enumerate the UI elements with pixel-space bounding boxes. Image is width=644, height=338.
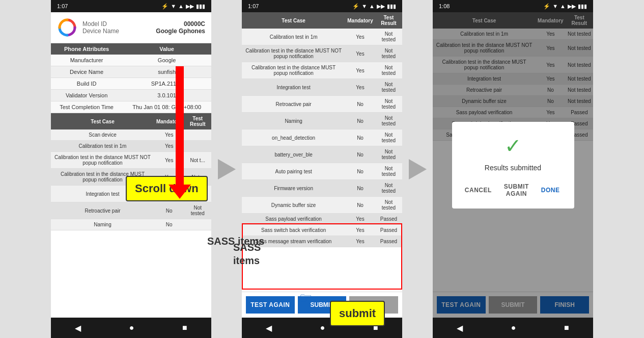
- attr-table: Phone Attributes Value ManufacturerGoogl…: [51, 43, 211, 113]
- test-header-name-2: Test Case: [242, 12, 345, 29]
- dialog-buttons: CANCEL SUBMIT AGAIN DONE: [462, 180, 564, 200]
- table-row: Dynamic buffer sizeNoNot tested: [242, 197, 402, 214]
- table-row: Calibration test in the distance MUST po…: [242, 62, 402, 79]
- table-row: Test Completion TimeThu Jan 01 08: GMT+0…: [51, 101, 211, 113]
- table-row: Sass message stream verificationYesPasse…: [242, 236, 402, 247]
- test-header-result: Test Result: [184, 113, 211, 129]
- status-bar-1: 1:07 ⚡ ▼ ▲ ▶▶ ▮▮▮: [51, 0, 211, 12]
- table-row: Sass payload verificationYesPassed: [242, 214, 402, 225]
- table-row: Scan deviceYes: [51, 129, 211, 141]
- table-row: battery_over_bleNoNot tested: [242, 146, 402, 163]
- dialog-overlay: ✓ Results submitted CANCEL SUBMIT AGAIN …: [433, 12, 593, 318]
- scroll-content-2[interactable]: Test Case Mandatory Test Result Calibrat…: [242, 12, 402, 292]
- attr-header-1: Phone Attributes: [51, 43, 122, 55]
- test-table-2: Test Case Mandatory Test Result Calibrat…: [242, 12, 402, 247]
- test-header-result-2: Test Result: [375, 12, 402, 29]
- bottom-nav-1: ◀ ● ■: [51, 318, 211, 338]
- device-details: Model ID 00000C Device Name Google Gphon…: [82, 20, 205, 35]
- table-row: Device Namesunfish: [51, 66, 211, 78]
- submit-annotation: submit: [330, 301, 385, 326]
- dialog-cancel-button[interactable]: CANCEL: [461, 180, 496, 200]
- phone-3-wrapper: 1:08 ⚡ ▼ ▲ ▶▶ ▮▮▮ Test Case Mandatory Te…: [433, 0, 593, 338]
- bottom-nav-3: ◀ ● ■: [433, 318, 593, 338]
- dialog-done-button[interactable]: DONE: [537, 180, 564, 200]
- table-row: ManufacturerGoogle: [51, 55, 211, 66]
- status-bar-2: 1:07 ⚡ ▼ ▲ ▶▶ ▮▮▮: [242, 0, 402, 12]
- table-row: Calibration test in the distance MUST NO…: [51, 152, 211, 169]
- device-label: Device Name: [82, 28, 119, 35]
- status-bar-3: 1:08 ⚡ ▼ ▲ ▶▶ ▮▮▮: [433, 0, 593, 12]
- arrow-2: [402, 159, 433, 179]
- table-row: Build IDSP1A.21110: [51, 78, 211, 90]
- device-info: Model ID 00000C Device Name Google Gphon…: [51, 12, 211, 43]
- device-value: Google Gphones: [156, 28, 205, 35]
- table-row: Calibration test in 1mYes: [51, 141, 211, 152]
- sass-label-external: SASSitems: [233, 241, 261, 267]
- table-row: Firmware versionNoNot tested: [242, 180, 402, 197]
- phone-3: 1:08 ⚡ ▼ ▲ ▶▶ ▮▮▮ Test Case Mandatory Te…: [433, 0, 593, 338]
- results-dialog: ✓ Results submitted CANCEL SUBMIT AGAIN …: [452, 122, 574, 209]
- test-header-name: Test Case: [51, 113, 154, 129]
- nav-back-3[interactable]: ◀: [446, 319, 473, 337]
- nav-recents-3[interactable]: ■: [554, 319, 579, 336]
- model-label: Model ID: [82, 20, 107, 28]
- test-header-mandatory-2: Mandatory: [345, 12, 375, 29]
- table-row: Retroactive pairNoNot tested: [242, 96, 402, 113]
- table-row: Integration testYesNot tested: [242, 79, 402, 96]
- table-row: Sass switch back verificationYesPassed: [242, 225, 402, 236]
- table-row: Calibration test in 1mYesNot tested: [242, 29, 402, 45]
- scroll-arrow: [176, 66, 184, 189]
- attr-header-2: Value: [122, 43, 211, 55]
- status-time-2: 1:07: [248, 3, 259, 9]
- dialog-title: Results submitted: [462, 164, 564, 172]
- table-row: Retroactive pairNoNot tested: [51, 202, 211, 219]
- device-logo: [57, 17, 77, 38]
- dialog-submit-again-button[interactable]: SUBMIT AGAIN: [500, 180, 533, 200]
- table-row: Validator Version3.0.101: [51, 90, 211, 101]
- arrow-1: [211, 159, 242, 179]
- phone-2-wrapper: 1:07 ⚡ ▼ ▲ ▶▶ ▮▮▮ Test Case Mandatory Te…: [242, 0, 402, 338]
- nav-back-2[interactable]: ◀: [256, 319, 282, 337]
- nav-recents-1[interactable]: ■: [172, 319, 198, 336]
- scroll-annotation: Scroll down: [126, 176, 208, 201]
- model-value: 00000C: [184, 20, 205, 28]
- status-icons-3: ⚡ ▼ ▲ ▶▶ ▮▮▮: [543, 3, 587, 10]
- table-row: Auto pairing testNoNot tested: [242, 163, 402, 180]
- nav-home-3[interactable]: ●: [501, 319, 526, 336]
- status-time-1: 1:07: [57, 3, 68, 9]
- status-time-3: 1:08: [439, 3, 450, 9]
- phone-1: 1:07 ⚡ ▼ ▲ ▶▶ ▮▮▮: [51, 0, 211, 338]
- table-row: NamingNoNot tested: [242, 113, 402, 129]
- table-row: NamingNo: [51, 219, 211, 230]
- test-table-1: Test Case Mandatory Test Result Scan dev…: [51, 113, 211, 230]
- table-row: Calibration test in the distance MUST NO…: [242, 45, 402, 62]
- test-again-button-2[interactable]: TEST AGAIN: [246, 296, 295, 314]
- status-icons-1: ⚡ ▼ ▲ ▶▶ ▮▮▮: [161, 3, 205, 10]
- phone-2: 1:07 ⚡ ▼ ▲ ▶▶ ▮▮▮ Test Case Mandatory Te…: [242, 0, 402, 338]
- nav-home-1[interactable]: ●: [119, 319, 145, 336]
- table-row: on_head_detectionNoNot tested: [242, 129, 402, 146]
- nav-back-1[interactable]: ◀: [65, 319, 91, 337]
- status-icons-2: ⚡ ▼ ▲ ▶▶ ▮▮▮: [352, 3, 396, 10]
- check-icon: ✓: [462, 134, 564, 158]
